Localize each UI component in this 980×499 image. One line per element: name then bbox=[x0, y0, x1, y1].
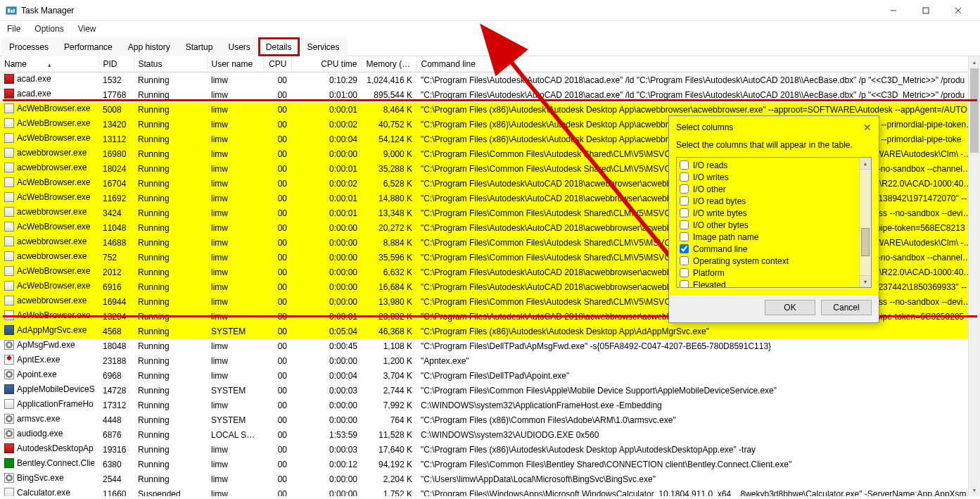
table-row[interactable]: ApplicationFrameHo...17312Runninglimw000… bbox=[0, 398, 980, 412]
scroll-down-button[interactable]: ▾ bbox=[969, 484, 980, 496]
cell-cputime: 0:00:02 bbox=[291, 117, 362, 132]
cell-memory: 11,528 K bbox=[362, 427, 416, 442]
column-option-checkbox[interactable] bbox=[680, 196, 689, 206]
cell-user: limw bbox=[207, 265, 263, 279]
tab-services[interactable]: Services bbox=[300, 37, 348, 56]
dialog-ok-button[interactable]: OK bbox=[765, 300, 815, 315]
column-option[interactable]: I/O writes bbox=[678, 171, 870, 183]
cell-pid: 11660 bbox=[98, 486, 134, 496]
table-row[interactable]: AdAppMgrSvc.exe4568RunningSYSTEM000:05:0… bbox=[0, 324, 980, 339]
dialog-scroll-down[interactable]: ▾ bbox=[860, 275, 871, 287]
column-option-checkbox[interactable] bbox=[680, 232, 689, 241]
column-option[interactable]: I/O read bytes bbox=[678, 195, 870, 207]
table-row[interactable]: Bentley.Connect.Clie...6380Runninglimw00… bbox=[0, 457, 980, 472]
process-name: AcWebBrowser.exe bbox=[17, 192, 91, 202]
menu-options[interactable]: Options bbox=[32, 23, 66, 35]
column-option[interactable]: Operating system context bbox=[678, 255, 870, 267]
column-user[interactable]: User name bbox=[207, 56, 263, 72]
cell-name: ApMsgFwd.exe bbox=[0, 339, 98, 353]
column-option-checkbox[interactable] bbox=[680, 172, 689, 182]
cell-name: AcWebBrowser.exe bbox=[0, 102, 98, 117]
tab-performance[interactable]: Performance bbox=[56, 37, 120, 56]
table-row[interactable]: audiodg.exe6876RunningLOCAL SE...001:53:… bbox=[0, 427, 980, 442]
tab-startup[interactable]: Startup bbox=[178, 37, 221, 56]
cell-cpu: 00 bbox=[263, 427, 291, 442]
column-cputime[interactable]: CPU time bbox=[291, 56, 362, 72]
menu-view[interactable]: View bbox=[75, 23, 99, 35]
scroll-up-button[interactable]: ▴ bbox=[969, 56, 980, 68]
dialog-close-button[interactable]: ✕ bbox=[863, 122, 872, 133]
table-row[interactable]: armsvc.exe4448RunningSYSTEM000:00:00764 … bbox=[0, 412, 980, 427]
column-status[interactable]: Status bbox=[134, 56, 207, 72]
column-option[interactable]: I/O other bbox=[678, 183, 870, 195]
column-name[interactable]: Name▴ bbox=[0, 56, 98, 72]
tab-app-history[interactable]: App history bbox=[120, 37, 178, 56]
cell-cputime: 0:00:00 bbox=[291, 146, 362, 161]
cell-cputime: 0:00:45 bbox=[291, 339, 362, 353]
cell-user: limw bbox=[207, 176, 263, 191]
dialog-cancel-button[interactable]: Cancel bbox=[821, 300, 872, 315]
cell-pid: 13112 bbox=[98, 132, 134, 146]
cell-name: AdAppMgrSvc.exe bbox=[0, 324, 98, 339]
column-option[interactable]: Elevated bbox=[678, 279, 870, 288]
column-option[interactable]: I/O other bytes bbox=[678, 219, 870, 231]
dialog-title-bar: Select columns ✕ bbox=[669, 116, 879, 134]
menu-file[interactable]: File bbox=[4, 23, 23, 35]
column-option-checkbox[interactable] bbox=[680, 268, 689, 277]
column-cmdline[interactable]: Command line bbox=[416, 56, 980, 72]
tab-processes[interactable]: Processes bbox=[1, 37, 56, 56]
column-option-checkbox[interactable] bbox=[680, 244, 689, 253]
column-option-checkbox[interactable] bbox=[680, 184, 689, 194]
scroll-thumb[interactable] bbox=[970, 68, 979, 153]
table-row[interactable]: acad.exe1532Runninglimw000:10:291,024,41… bbox=[0, 72, 980, 88]
column-option-checkbox[interactable] bbox=[680, 208, 689, 217]
cell-pid: 16944 bbox=[98, 294, 134, 309]
column-option[interactable]: I/O reads bbox=[678, 159, 870, 171]
column-option-checkbox[interactable] bbox=[680, 256, 689, 265]
column-option[interactable]: Image path name bbox=[678, 231, 870, 243]
cell-user: limw bbox=[207, 220, 263, 235]
column-option-checkbox[interactable] bbox=[680, 280, 689, 288]
cell-cpu: 00 bbox=[263, 339, 291, 353]
process-icon bbox=[4, 473, 14, 483]
tab-details[interactable]: Details bbox=[258, 37, 300, 56]
process-name: audiodg.exe bbox=[17, 429, 63, 438]
cell-memory: 40,752 K bbox=[362, 117, 416, 132]
dialog-column-list: I/O readsI/O writesI/O otherI/O read byt… bbox=[676, 157, 872, 288]
dialog-scroll-up[interactable]: ▴ bbox=[860, 158, 871, 170]
cell-memory: 8,464 K bbox=[362, 102, 416, 117]
table-row[interactable]: AcWebBrowser.exe5008Runninglimw000:00:01… bbox=[0, 102, 980, 117]
cell-status: Suspended bbox=[134, 486, 207, 496]
dialog-button-row: OK Cancel bbox=[669, 295, 879, 322]
vertical-scrollbar[interactable]: ▴ ▾ bbox=[968, 56, 980, 496]
cell-pid: 16980 bbox=[98, 146, 134, 161]
cell-cmdline: C:\WINDOWS\system32\ApplicationFrameHost… bbox=[416, 398, 980, 412]
column-option-checkbox[interactable] bbox=[680, 160, 689, 170]
maximize-button[interactable] bbox=[910, 0, 942, 21]
close-button[interactable] bbox=[942, 0, 974, 21]
table-row[interactable]: AppleMobileDeviceS...14728RunningSYSTEM0… bbox=[0, 383, 980, 398]
column-option-label: Image path name bbox=[693, 232, 758, 242]
column-cpu[interactable]: CPU bbox=[263, 56, 291, 72]
process-icon bbox=[4, 443, 14, 453]
column-option[interactable]: Command line bbox=[678, 243, 870, 255]
dialog-scroll-thumb[interactable] bbox=[861, 228, 870, 256]
table-row[interactable]: ApMsgFwd.exe18048Runninglimw000:00:451,1… bbox=[0, 339, 980, 353]
column-option[interactable]: Platform bbox=[678, 267, 870, 279]
cell-status: Running bbox=[134, 72, 207, 88]
minimize-button[interactable] bbox=[877, 0, 910, 21]
table-row[interactable]: Calculator.exe11660Suspendedlimw000:00:0… bbox=[0, 486, 980, 496]
cell-memory: 3,704 K bbox=[362, 368, 416, 383]
table-row[interactable]: BingSvc.exe2544Runninglimw000:00:002,204… bbox=[0, 472, 980, 486]
table-row[interactable]: ApntEx.exe23188Runninglimw000:00:001,200… bbox=[0, 353, 980, 368]
dialog-scrollbar[interactable]: ▴ ▾ bbox=[859, 158, 871, 287]
column-option-checkbox[interactable] bbox=[680, 220, 689, 229]
column-option[interactable]: I/O write bytes bbox=[678, 207, 870, 219]
cell-cpu: 00 bbox=[263, 486, 291, 496]
column-pid[interactable]: PID bbox=[98, 56, 134, 72]
tab-users[interactable]: Users bbox=[220, 37, 257, 56]
table-row[interactable]: AutodeskDesktopAp...19316Runninglimw000:… bbox=[0, 442, 980, 457]
cell-user: limw bbox=[207, 102, 263, 117]
column-memory[interactable]: Memory (p... bbox=[362, 56, 416, 72]
table-row[interactable]: Apoint.exe6968Runninglimw000:00:043,704 … bbox=[0, 368, 980, 383]
